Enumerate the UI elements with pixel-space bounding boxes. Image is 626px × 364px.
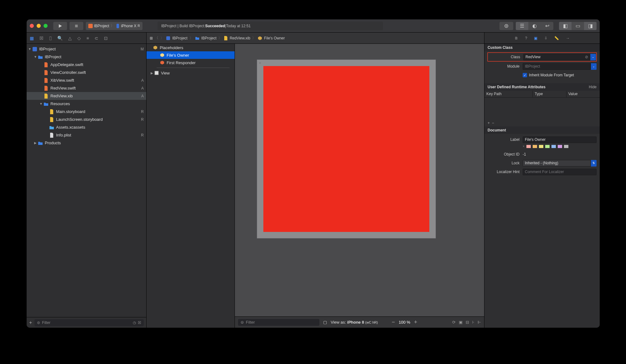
- stop-button[interactable]: [70, 22, 83, 30]
- ib-view-container[interactable]: ×: [257, 59, 436, 238]
- clear-color-button[interactable]: ×: [523, 145, 525, 148]
- tree-row-file[interactable]: XibView.swiftA: [27, 76, 146, 84]
- help-inspector-tab[interactable]: ?: [525, 36, 527, 40]
- tree-row-file[interactable]: AppDelegate.swift: [27, 61, 146, 69]
- recent-filter-icon[interactable]: ◷: [133, 320, 136, 325]
- standard-editor-icon[interactable]: ☰: [516, 22, 528, 30]
- device-icon: [116, 24, 120, 28]
- scm-filter-icon[interactable]: ☒: [138, 320, 141, 325]
- identity-inspector-tab[interactable]: ▣: [534, 36, 537, 40]
- debug-navigator-tab[interactable]: ≡: [86, 36, 89, 41]
- jump-bar[interactable]: ⊞ 〈 〉 IBProject〉 IBProject〉 RedView.xib〉…: [147, 33, 484, 44]
- assistant-editor-icon[interactable]: ◐: [528, 22, 541, 30]
- library-button[interactable]: [499, 22, 513, 30]
- filter-field[interactable]: ⊜ Filter ◷ ☒: [34, 319, 144, 326]
- back-button[interactable]: 〈: [155, 35, 158, 41]
- breakpoint-navigator-tab[interactable]: ⊂: [95, 36, 98, 41]
- hide-button[interactable]: Hide: [589, 85, 597, 89]
- color-swatch[interactable]: [539, 145, 543, 148]
- source-control-tab[interactable]: ☒: [39, 36, 44, 41]
- project-navigator-tab[interactable]: ▦: [30, 36, 34, 41]
- tree-row-file-selected[interactable]: RedView.xibA: [27, 92, 146, 100]
- inherit-checkbox[interactable]: ✓: [523, 73, 527, 77]
- pin-icon[interactable]: ⊦: [472, 320, 474, 325]
- clear-icon[interactable]: ⊘: [585, 55, 588, 59]
- tree-row-file[interactable]: Assets.xcassets: [27, 123, 146, 131]
- forward-button[interactable]: 〉: [160, 35, 164, 41]
- view-as-label[interactable]: View as: iPhone 8 (wC hR): [331, 320, 378, 325]
- connections-inspector-tab[interactable]: →: [566, 36, 570, 40]
- related-items-icon[interactable]: ⊞: [150, 36, 153, 40]
- issue-navigator-tab[interactable]: △: [68, 36, 72, 41]
- resolve-issues-icon[interactable]: ⊩: [478, 320, 481, 325]
- color-swatch[interactable]: [526, 145, 531, 148]
- doc-label-field[interactable]: File's Owner: [523, 136, 597, 143]
- outline-view[interactable]: ▶ View: [147, 69, 235, 77]
- project-tree[interactable]: ▼ IBProject M ▼ IBProject AppDelegate.sw…: [27, 44, 146, 317]
- outline-placeholders[interactable]: Placeholders: [147, 44, 235, 51]
- zoom-button[interactable]: [44, 24, 48, 28]
- align-icon[interactable]: ⊟: [466, 320, 469, 325]
- report-navigator-tab[interactable]: ⊡: [104, 36, 108, 41]
- close-button[interactable]: [30, 24, 34, 28]
- toggle-navigator-icon[interactable]: ◧: [559, 22, 572, 30]
- color-swatch[interactable]: [551, 145, 556, 148]
- outline-first-responder[interactable]: First Responder: [147, 59, 235, 66]
- tree-row-resources[interactable]: ▼Resources: [27, 100, 146, 108]
- ib-canvas[interactable]: ×: [235, 44, 484, 316]
- find-navigator-tab[interactable]: 🔍: [57, 36, 63, 41]
- scheme-selector[interactable]: IBProject 〉 iPhone XR: [86, 22, 142, 30]
- tree-row-file[interactable]: Main.storyboardR: [27, 108, 146, 115]
- file-inspector-tab[interactable]: 🗎: [515, 36, 518, 40]
- class-dropdown[interactable]: ⌄: [590, 54, 596, 60]
- tree-row-group[interactable]: ▼ IBProject: [27, 53, 146, 61]
- color-swatch[interactable]: [564, 145, 568, 148]
- toggle-inspector-icon[interactable]: ◨: [584, 22, 597, 30]
- crumb-file[interactable]: RedView.xib: [230, 36, 250, 40]
- color-swatch[interactable]: [558, 145, 562, 148]
- zoom-level[interactable]: 100 %: [399, 320, 410, 325]
- zoom-out-button[interactable]: −: [392, 319, 395, 326]
- panel-visibility-segment[interactable]: ◧ ▭ ◨: [559, 22, 597, 30]
- lock-select[interactable]: Inherited - (Nothing): [523, 160, 591, 167]
- symbol-navigator-tab[interactable]: ⌷: [49, 36, 52, 41]
- udra-table-body[interactable]: [484, 98, 600, 120]
- outline-files-owner[interactable]: File's Owner: [147, 51, 235, 59]
- attributes-inspector-tab[interactable]: ⇩: [544, 36, 547, 40]
- tree-row-file[interactable]: RedView.swiftA: [27, 84, 146, 92]
- tree-row-products[interactable]: ▶Products: [27, 139, 146, 147]
- lock-dropdown[interactable]: ⇅: [591, 160, 597, 167]
- crumb-project[interactable]: IBProject: [172, 36, 188, 40]
- red-view[interactable]: [263, 66, 429, 232]
- editor-mode-segment[interactable]: ☰ ◐ ↩: [516, 22, 553, 30]
- localizer-field[interactable]: Comment For Localizer: [523, 169, 597, 175]
- close-icon[interactable]: ×: [259, 61, 261, 65]
- update-frames-icon[interactable]: ⟳: [452, 320, 456, 325]
- outline-filter-field[interactable]: ⊜ Filter: [238, 319, 319, 326]
- test-navigator-tab[interactable]: ◇: [77, 36, 81, 41]
- tree-row-project[interactable]: ▼ IBProject M: [27, 45, 146, 53]
- activity-view[interactable]: IBProject | Build IBProject: Succeeded |…: [158, 22, 383, 30]
- crumb-group[interactable]: IBProject: [201, 36, 217, 40]
- zoom-in-button[interactable]: +: [414, 319, 417, 326]
- version-editor-icon[interactable]: ↩: [541, 22, 553, 30]
- udra-add-button[interactable]: +: [488, 121, 490, 125]
- minimize-button[interactable]: [37, 24, 41, 28]
- module-field[interactable]: IBProject: [523, 63, 591, 70]
- udra-remove-button[interactable]: −: [492, 121, 494, 125]
- crumb-object[interactable]: File's Owner: [264, 36, 285, 40]
- device-bar-icon[interactable]: ▢: [323, 320, 327, 325]
- module-dropdown[interactable]: ⌄: [591, 63, 597, 70]
- color-swatch[interactable]: [533, 145, 537, 148]
- toggle-debug-icon[interactable]: ▭: [572, 22, 584, 30]
- add-button[interactable]: +: [29, 320, 32, 326]
- class-field[interactable]: RedView⊘: [523, 54, 590, 60]
- document-outline[interactable]: Placeholders File's Owner First Responde…: [147, 44, 235, 328]
- tree-row-file[interactable]: ViewController.swift: [27, 69, 146, 76]
- tree-row-file[interactable]: LaunchScreen.storyboardR: [27, 115, 146, 123]
- embed-in-icon[interactable]: ▣: [459, 320, 463, 325]
- size-inspector-tab[interactable]: 📏: [554, 36, 559, 40]
- run-button[interactable]: [53, 22, 67, 30]
- tree-row-file[interactable]: Info.plistR: [27, 131, 146, 139]
- color-swatch[interactable]: [545, 145, 550, 148]
